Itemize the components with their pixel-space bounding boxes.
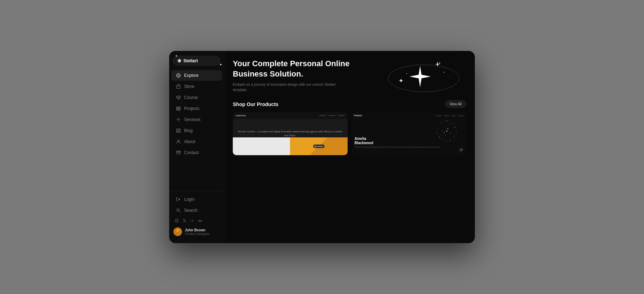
svg-point-37 (456, 132, 457, 132)
sidebar-label-blog: Blog (184, 128, 193, 133)
sidebar-item-store[interactable]: Store (171, 81, 222, 92)
user-profile-row[interactable]: John Brown Product Designer (169, 225, 224, 238)
user-name: John Brown (185, 228, 220, 232)
svg-point-28 (444, 72, 445, 73)
social-icons-row: Bē (169, 216, 224, 225)
sidebar-label-projects: Projects (184, 106, 199, 111)
projects-icon (176, 106, 181, 111)
sidebar-label-contact: Contact (184, 150, 199, 155)
logo-plus-icon: ⊕ (177, 58, 181, 63)
sidebar-label-explore: Explore (184, 73, 199, 78)
svg-point-54 (449, 130, 449, 130)
sidebar-item-projects[interactable]: Projects (171, 103, 222, 114)
hero-section: Your Complete Personal Online Business S… (233, 59, 466, 93)
logo-button[interactable]: ✦ ⊕ Stellart ✦ (173, 56, 220, 65)
svg-point-29 (406, 73, 407, 74)
svg-point-41 (450, 140, 451, 141)
svg-line-18 (179, 211, 180, 212)
svg-point-44 (449, 125, 450, 125)
svg-point-45 (442, 131, 442, 131)
sidebar-item-search[interactable]: Search (171, 205, 222, 216)
lumina-tagline: We are Lumina – a creative and digital i… (236, 130, 345, 137)
cosmic-graphic (385, 55, 463, 98)
folium-nav-3: About (451, 115, 456, 117)
sidebar-item-explore[interactable]: Explore (171, 70, 222, 81)
sidebar-bottom: Login Search (169, 191, 224, 240)
svg-point-49 (447, 128, 449, 129)
lumina-nav (319, 115, 345, 116)
svg-point-39 (454, 137, 454, 137)
svg-point-42 (446, 141, 447, 141)
sidebar-label-search: Search (184, 208, 198, 213)
svg-point-34 (438, 128, 439, 128)
svg-point-20 (176, 220, 178, 222)
product-card-folium[interactable]: Folium Portfolio Works About Contact (352, 112, 467, 155)
avatar (173, 227, 182, 236)
settings-icon[interactable] (190, 218, 195, 223)
search-icon (176, 208, 181, 213)
svg-point-52 (446, 130, 447, 132)
folium-nav-2: Works (444, 115, 449, 117)
sidebar-label-login: Login (184, 197, 194, 202)
folium-nav-4: Contact (458, 115, 464, 117)
svg-rect-19 (175, 219, 178, 222)
hero-title: Your Complete Personal Online Business S… (233, 59, 354, 79)
view-all-button[interactable]: View All (445, 100, 466, 108)
sidebar-item-services[interactable]: Services (171, 114, 222, 125)
product-card-lumina[interactable]: lumina We are Lumina – a creative and di… (233, 112, 348, 155)
instagram-icon[interactable] (174, 218, 179, 223)
svg-point-27 (439, 63, 440, 64)
main-content: Your Complete Personal Online Business S… (224, 51, 475, 243)
behance-icon[interactable]: Bē (198, 218, 203, 223)
svg-point-40 (443, 140, 443, 140)
user-info: John Brown Product Designer (185, 228, 220, 236)
products-grid: lumina We are Lumina – a creative and di… (233, 112, 466, 155)
svg-point-43 (445, 126, 445, 126)
lumina-bottom-bar: ▶ Lumina (233, 137, 348, 155)
sidebar-item-login[interactable]: Login (171, 194, 222, 205)
folium-person-name: AmeliaBlackwood Photos and cresting desi… (355, 137, 440, 148)
svg-point-51 (450, 132, 451, 133)
sidebar-label-store: Store (184, 84, 194, 89)
folium-nav: Portfolio Works About Contact (435, 115, 464, 117)
lumina-bottom-left (233, 137, 290, 155)
folium-sub-text: Photos and cresting designed creator in … (355, 146, 440, 148)
shop-title: Shop Our Products (233, 101, 278, 107)
svg-point-22 (192, 220, 193, 221)
store-icon (176, 84, 181, 89)
folium-preview: Folium Portfolio Works About Contact (352, 112, 467, 155)
sidebar-item-contact[interactable]: Contact (171, 147, 222, 158)
folium-header: Folium Portfolio Works About Contact (354, 114, 465, 117)
svg-point-35 (455, 127, 455, 128)
lumina-bottom-right: ▶ Lumina (290, 137, 347, 155)
login-icon (176, 196, 181, 202)
sidebar-item-course[interactable]: Course (171, 92, 222, 103)
svg-point-50 (444, 132, 445, 133)
svg-point-48 (450, 135, 450, 136)
svg-point-11 (178, 119, 179, 120)
hero-subtitle: Embark on a journey of innovative design… (233, 82, 347, 93)
sidebar-item-about[interactable]: About (171, 136, 222, 147)
svg-rect-6 (177, 86, 181, 88)
sidebar-item-blog[interactable]: Blog (171, 125, 222, 136)
svg-point-33 (452, 123, 452, 124)
compass-icon (176, 73, 181, 78)
folium-nav-1: Portfolio (435, 115, 442, 117)
svg-point-1 (178, 75, 179, 76)
nav-section: Explore Store (169, 68, 224, 191)
svg-point-15 (178, 140, 179, 141)
svg-point-47 (445, 135, 445, 136)
svg-point-31 (446, 121, 447, 121)
sidebar-label-about: About (184, 139, 195, 144)
sidebar: ✦ ⊕ Stellart ✦ Explore (169, 51, 224, 243)
svg-point-36 (437, 132, 438, 133)
lumina-header: lumina (233, 112, 348, 119)
svg-point-17 (177, 209, 179, 211)
svg-rect-7 (177, 107, 178, 108)
svg-point-55 (441, 134, 441, 135)
svg-point-32 (441, 122, 442, 123)
course-icon (176, 95, 181, 100)
x-twitter-icon[interactable] (182, 218, 187, 223)
folium-name-text: AmeliaBlackwood (355, 137, 440, 145)
svg-point-24 (176, 229, 179, 232)
